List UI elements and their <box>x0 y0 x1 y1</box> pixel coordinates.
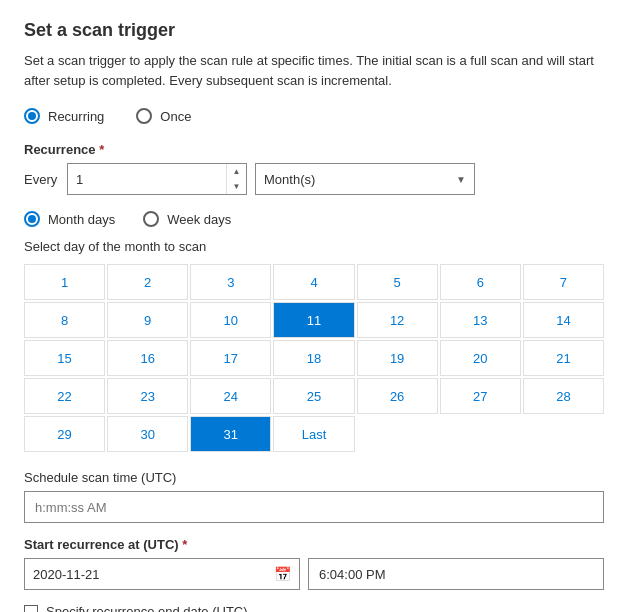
end-date-label: Specify recurrence end date (UTC) <box>46 604 248 612</box>
trigger-type-group: Recurring Once <box>24 108 608 124</box>
every-spin-input[interactable]: ▲ ▼ <box>67 163 247 195</box>
every-value-input[interactable] <box>68 164 226 194</box>
spin-arrows: ▲ ▼ <box>226 164 246 194</box>
cal-day-20[interactable]: 20 <box>440 340 521 376</box>
scan-time-section: Schedule scan time (UTC) <box>24 470 608 523</box>
cal-day-2[interactable]: 2 <box>107 264 188 300</box>
cal-day-16[interactable]: 16 <box>107 340 188 376</box>
end-date-checkbox-item[interactable]: Specify recurrence end date (UTC) <box>24 604 248 612</box>
cal-day-19[interactable]: 19 <box>357 340 438 376</box>
every-label: Every <box>24 172 59 187</box>
cal-day-13[interactable]: 13 <box>440 302 521 338</box>
period-select-wrapper[interactable]: Month(s) Week(s) Day(s) ▼ <box>255 163 475 195</box>
radio-month-days[interactable]: Month days <box>24 211 115 227</box>
cal-day-5[interactable]: 5 <box>357 264 438 300</box>
end-date-checkbox[interactable] <box>24 605 38 613</box>
spin-down-arrow[interactable]: ▼ <box>227 179 246 194</box>
start-recurrence-required-marker: * <box>182 537 187 552</box>
page-title: Set a scan trigger <box>24 20 608 41</box>
cal-day-6[interactable]: 6 <box>440 264 521 300</box>
end-date-row: Specify recurrence end date (UTC) <box>24 604 608 612</box>
cal-day-17[interactable]: 17 <box>190 340 271 376</box>
cal-day-15[interactable]: 15 <box>24 340 105 376</box>
cal-day-29[interactable]: 29 <box>24 416 105 452</box>
day-type-group: Month days Week days <box>24 211 608 227</box>
scan-time-label: Schedule scan time (UTC) <box>24 470 608 485</box>
cal-day-1[interactable]: 1 <box>24 264 105 300</box>
cal-day-23[interactable]: 23 <box>107 378 188 414</box>
radio-week-days[interactable]: Week days <box>143 211 231 227</box>
date-input[interactable] <box>25 559 266 589</box>
cal-day-21[interactable]: 21 <box>523 340 604 376</box>
start-recurrence-row: 📅 <box>24 558 604 590</box>
radio-label-once: Once <box>160 109 191 124</box>
cal-day-18[interactable]: 18 <box>273 340 354 376</box>
radio-circle-month-days <box>24 211 40 227</box>
calendar-label: Select day of the month to scan <box>24 239 608 254</box>
radio-once[interactable]: Once <box>136 108 191 124</box>
recurrence-label: Recurrence * <box>24 142 608 157</box>
radio-circle-week-days <box>143 211 159 227</box>
cal-day-27[interactable]: 27 <box>440 378 521 414</box>
radio-recurring[interactable]: Recurring <box>24 108 104 124</box>
recurrence-required-marker: * <box>99 142 104 157</box>
cal-day-14[interactable]: 14 <box>523 302 604 338</box>
radio-label-recurring: Recurring <box>48 109 104 124</box>
cal-day-4[interactable]: 4 <box>273 264 354 300</box>
radio-label-week-days: Week days <box>167 212 231 227</box>
date-input-wrapper[interactable]: 📅 <box>24 558 300 590</box>
radio-circle-once <box>136 108 152 124</box>
period-select[interactable]: Month(s) Week(s) Day(s) <box>256 164 474 194</box>
cal-day-12[interactable]: 12 <box>357 302 438 338</box>
cal-day-7[interactable]: 7 <box>523 264 604 300</box>
spin-up-arrow[interactable]: ▲ <box>227 164 246 179</box>
start-time-input[interactable] <box>308 558 604 590</box>
cal-day-26[interactable]: 26 <box>357 378 438 414</box>
page-description: Set a scan trigger to apply the scan rul… <box>24 51 608 90</box>
cal-day-11[interactable]: 11 <box>273 302 354 338</box>
cal-day-8[interactable]: 8 <box>24 302 105 338</box>
cal-day-9[interactable]: 9 <box>107 302 188 338</box>
radio-label-month-days: Month days <box>48 212 115 227</box>
cal-day-31[interactable]: 31 <box>190 416 271 452</box>
cal-day-24[interactable]: 24 <box>190 378 271 414</box>
start-recurrence-section: Start recurrence at (UTC) * 📅 <box>24 537 608 590</box>
cal-day-30[interactable]: 30 <box>107 416 188 452</box>
radio-circle-recurring <box>24 108 40 124</box>
cal-day-28[interactable]: 28 <box>523 378 604 414</box>
cal-day-10[interactable]: 10 <box>190 302 271 338</box>
calendar-icon[interactable]: 📅 <box>266 566 299 582</box>
recurrence-row: Every ▲ ▼ Month(s) Week(s) Day(s) ▼ <box>24 163 608 195</box>
scan-time-input[interactable] <box>24 491 604 523</box>
start-recurrence-label: Start recurrence at (UTC) * <box>24 537 608 552</box>
cal-day-last[interactable]: Last <box>273 416 354 452</box>
cal-day-25[interactable]: 25 <box>273 378 354 414</box>
calendar-grid: 1234567891011121314151617181920212223242… <box>24 264 604 452</box>
cal-day-3[interactable]: 3 <box>190 264 271 300</box>
cal-day-22[interactable]: 22 <box>24 378 105 414</box>
